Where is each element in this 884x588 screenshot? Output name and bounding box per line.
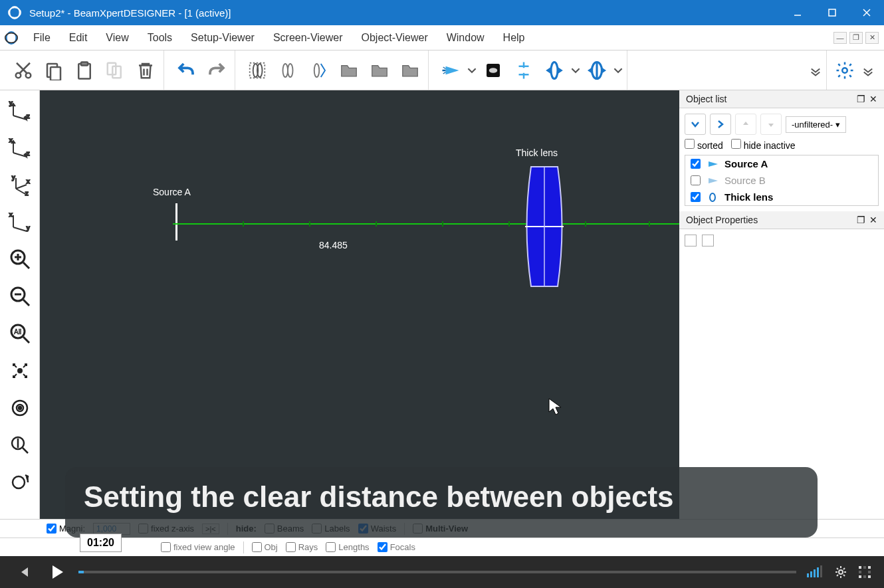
maximize-button[interactable] (823, 3, 841, 22)
svg-text:y: y (12, 174, 15, 181)
fullscreen-icon[interactable] (857, 565, 872, 579)
beam-source-button[interactable] (437, 56, 465, 84)
mdi-minimize-button[interactable]: — (833, 32, 847, 44)
move-down-icon[interactable] (760, 114, 782, 135)
hide-focals-checkbox[interactable]: Focals (378, 542, 415, 552)
fixed-view-checkbox[interactable]: fixed view angle (161, 542, 235, 552)
svg-rect-15 (81, 62, 88, 65)
mdi-restore-button[interactable]: ❐ (849, 32, 863, 44)
object-item-checkbox[interactable] (691, 192, 701, 202)
menu-help[interactable]: Help (494, 28, 534, 48)
thick-lens-object[interactable] (521, 163, 568, 292)
copy-alt-button[interactable] (101, 56, 129, 84)
next-icon[interactable] (710, 114, 731, 135)
menu-window[interactable]: Window (437, 28, 494, 48)
select-lens-dashed-button[interactable] (243, 56, 271, 84)
svg-rect-84 (820, 565, 822, 577)
copy-button[interactable] (40, 56, 68, 84)
svg-line-55 (13, 227, 27, 231)
thin-lens-button[interactable] (540, 56, 568, 84)
redo-button[interactable] (203, 56, 231, 84)
svg-point-79 (710, 193, 715, 201)
cut-button[interactable] (9, 56, 37, 84)
measure-button[interactable] (5, 431, 35, 460)
video-prev-button[interactable] (12, 560, 36, 584)
lens-insert-button[interactable] (304, 56, 332, 84)
filter-dropdown[interactable]: -unfiltered-▾ (786, 116, 846, 133)
hide-obj-checkbox[interactable]: Obj (252, 542, 278, 552)
menu-screen-viewer[interactable]: Screen-Viewer (264, 28, 352, 48)
undo-button[interactable] (172, 56, 200, 84)
menu-object-viewer[interactable]: Object-Viewer (352, 28, 437, 48)
panel-close-icon[interactable]: ✕ (869, 94, 877, 104)
toolbar-overflow-button[interactable] (809, 56, 822, 84)
svg-point-85 (839, 570, 843, 574)
panel-close-icon[interactable]: ✕ (869, 215, 877, 225)
delete-button[interactable] (132, 56, 160, 84)
close-button[interactable] (857, 3, 876, 22)
svg-line-51 (16, 189, 25, 194)
zoom-out-button[interactable] (5, 282, 35, 311)
svg-rect-83 (817, 567, 819, 577)
sorted-checkbox[interactable]: sorted (685, 139, 723, 151)
aperture-button[interactable] (510, 56, 538, 84)
move-up-icon[interactable] (735, 114, 756, 135)
hide-rays-checkbox[interactable]: Rays (286, 542, 318, 552)
volume-icon[interactable] (806, 565, 824, 579)
hide-inactive-checkbox[interactable]: hide inactive (731, 139, 796, 151)
axis-yxz-button[interactable]: yxz (5, 170, 35, 199)
axis-xy-button[interactable]: xy (5, 207, 35, 237)
panel-undock-icon[interactable]: ❐ (857, 94, 865, 104)
menu-setup-viewer[interactable]: Setup-Viewer (181, 28, 264, 48)
hide-lengths-checkbox[interactable]: Lengths (326, 542, 369, 552)
settings-overflow-button[interactable] (861, 56, 875, 84)
axis-tick (442, 221, 443, 227)
collapse-property-icon[interactable] (702, 235, 714, 246)
screen-button[interactable] (479, 56, 507, 84)
svg-rect-93 (863, 575, 866, 578)
mdi-close-button[interactable]: ✕ (865, 32, 879, 44)
menu-tools[interactable]: Tools (138, 28, 181, 48)
paste-button[interactable] (70, 56, 98, 84)
setup-canvas[interactable]: Source A 84.485 Thick lens (40, 90, 679, 519)
object-item-checkbox[interactable] (691, 175, 701, 185)
folder-b-button[interactable] (366, 56, 393, 84)
source-a-marker[interactable] (175, 203, 177, 241)
object-list-item[interactable]: Source A (685, 155, 878, 172)
view-options-strip-2: fixed view angle Obj Rays Lengths Focals (0, 538, 884, 556)
zoom-in-button[interactable] (5, 245, 35, 274)
panel-undock-icon[interactable]: ❐ (857, 215, 865, 225)
minimize-button[interactable] (788, 3, 807, 22)
svg-text:x: x (27, 178, 30, 185)
beam-source-dropdown[interactable] (467, 56, 477, 84)
target-button[interactable] (5, 393, 35, 423)
lens-pair-button[interactable] (274, 56, 302, 84)
svg-point-74 (13, 476, 25, 488)
axis-xz-button[interactable]: xz (5, 133, 35, 162)
rotate-button[interactable] (5, 468, 35, 497)
thick-lens-dropdown[interactable] (613, 56, 623, 84)
settings-button[interactable] (831, 56, 859, 84)
video-settings-icon[interactable] (833, 565, 848, 579)
thick-lens-button[interactable] (583, 56, 611, 84)
object-item-checkbox[interactable] (691, 159, 701, 169)
zoom-all-button[interactable]: All (5, 319, 35, 348)
svg-rect-82 (814, 569, 816, 577)
menu-edit[interactable]: Edit (60, 28, 97, 48)
menubar: File Edit View Tools Setup-Viewer Screen… (0, 25, 884, 50)
video-progress-bar[interactable] (78, 571, 796, 573)
thin-lens-dropdown[interactable] (571, 56, 580, 84)
center-button[interactable] (5, 356, 35, 385)
folder-c-button[interactable] (396, 56, 424, 84)
axis-yz-button[interactable]: yz (5, 96, 35, 125)
folder-a-button[interactable] (335, 56, 363, 84)
object-list-item[interactable]: Source B (685, 172, 878, 189)
menu-file[interactable]: File (24, 28, 60, 48)
video-play-button[interactable] (45, 560, 69, 584)
lens-icon (706, 193, 719, 202)
svg-point-8 (16, 72, 21, 78)
object-list-item[interactable]: Thick lens (685, 189, 878, 205)
expand-property-icon[interactable] (685, 235, 697, 246)
collapse-icon[interactable] (685, 114, 706, 135)
menu-view[interactable]: View (96, 28, 138, 48)
